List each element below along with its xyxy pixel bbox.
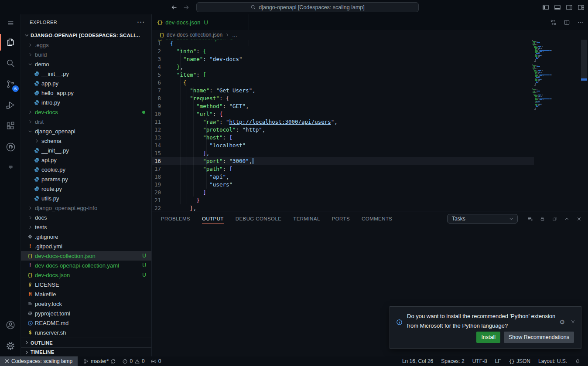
tree-item-cookie-py[interactable]: cookie.py <box>21 165 151 174</box>
more-actions-icon[interactable] <box>577 19 584 26</box>
status-problems[interactable]: 00 <box>119 356 147 366</box>
activity-codespaces-icon[interactable] <box>0 157 21 176</box>
status-encoding[interactable]: UTF-8 <box>468 356 491 366</box>
status-remote[interactable]: Codespaces: scaling lamp <box>0 356 78 366</box>
notification-settings-icon[interactable]: ⚙ <box>559 313 565 331</box>
activity-search-icon[interactable] <box>0 53 21 74</box>
minimap-segment <box>551 50 552 51</box>
code-editor[interactable]: 1{2 "info": {3 "name": "dev-docs"4 },5 "… <box>152 40 588 211</box>
show-recommendations-button[interactable]: Show Recommendations <box>504 332 574 343</box>
activity-github-icon[interactable] <box>0 136 21 157</box>
panel-actions: Tasks <box>447 211 582 226</box>
code-token: "protocol" <box>203 126 236 133</box>
forward-arrow-icon[interactable] <box>182 3 190 11</box>
notification-close-icon[interactable] <box>570 313 576 331</box>
code-token: } <box>177 64 180 70</box>
toggle-primary-sidebar-icon[interactable] <box>542 4 549 11</box>
tree-root-folder[interactable]: DJANGO-OPENAPI [CODESPACES: SCALING LAMP… <box>21 30 151 40</box>
clear-output-icon[interactable] <box>527 216 533 222</box>
tree-item-app-py[interactable]: app.py <box>21 78 151 88</box>
timeline-section[interactable]: TIMELINE <box>21 347 151 356</box>
status-cursor-position[interactable]: Ln 16, Col 26 <box>398 356 437 366</box>
activity-source-control-icon[interactable]: 5 <box>0 74 21 95</box>
tree-item-schema[interactable]: schema <box>21 136 151 146</box>
tree-item-init-py[interactable]: __init__.py <box>21 146 151 155</box>
tree-item-tests[interactable]: tests <box>21 222 151 232</box>
breadcrumb[interactable]: {} dev-docs-collection.json … <box>152 30 588 40</box>
status-bar: Codespaces: scaling lampmaster*000 Ln 16… <box>0 356 588 366</box>
tree-item-hello-app-py[interactable]: hello_app.py <box>21 88 151 98</box>
explorer-more-actions-icon[interactable]: ··· <box>137 19 146 26</box>
tree-item-dev-docs[interactable]: dev-docs <box>21 107 151 117</box>
tree-item-demo[interactable]: demo <box>21 59 151 69</box>
open-output-in-editor-icon[interactable] <box>552 216 557 222</box>
toggle-panel-icon[interactable] <box>554 4 561 11</box>
scrollbar-slider[interactable] <box>581 40 587 81</box>
activity-menu-icon[interactable] <box>0 14 21 32</box>
tree-item-intro-py[interactable]: intro.py <box>21 98 151 107</box>
panel-tab-terminal[interactable]: TERMINAL <box>293 211 320 226</box>
breadcrumb-more[interactable]: … <box>232 32 237 38</box>
tree-item-route-py[interactable]: route.py <box>21 184 151 193</box>
tree-item-docs[interactable]: docs <box>21 213 151 222</box>
tree-item-dist[interactable]: dist <box>21 117 151 126</box>
tree-item-pyproject-toml[interactable]: pyproject.toml <box>21 308 151 318</box>
activity-run-debug-icon[interactable] <box>0 95 21 115</box>
tree-item-gitpod-yml[interactable]: !.gitpod.yml <box>21 241 151 251</box>
breadcrumb-file[interactable]: dev-docs-collection.json <box>167 32 222 38</box>
tree-item-runserver-sh[interactable]: $runserver.sh <box>21 328 151 337</box>
toggle-secondary-sidebar-icon[interactable] <box>566 4 573 11</box>
panel-tab-problems[interactable]: PROBLEMS <box>161 211 190 226</box>
tree-item-dev-docs-collection-json[interactable]: {}dev-docs-collection.jsonU <box>21 251 151 261</box>
status-eol[interactable]: LF <box>491 356 505 366</box>
status-notifications-bell[interactable] <box>571 356 585 366</box>
tree-item-api-py[interactable]: api.py <box>21 155 151 165</box>
back-arrow-icon[interactable] <box>170 3 178 11</box>
code-token: : <box>222 166 229 172</box>
status-language-mode[interactable]: {}JSON <box>505 356 534 366</box>
tree-item-makefile[interactable]: MMakefile <box>21 289 151 299</box>
tree-item-build[interactable]: build <box>21 50 151 59</box>
tree-item-django-openapi[interactable]: django_openapi <box>21 126 151 136</box>
status-ports[interactable]: 0 <box>148 356 164 366</box>
close-panel-icon[interactable] <box>576 216 582 222</box>
activity-settings-icon[interactable] <box>0 336 21 356</box>
tree-item-license[interactable]: LICENSE <box>21 280 151 289</box>
output-channel-select[interactable]: Tasks <box>447 214 518 224</box>
tree-item-dev-docs-openapi-collection-yaml[interactable]: !dev-docs-openapi-collection.yamlU <box>21 261 151 270</box>
maximize-panel-icon[interactable] <box>564 216 570 222</box>
activity-extensions-icon[interactable] <box>0 115 21 136</box>
split-editor-icon[interactable] <box>564 19 570 26</box>
tree-item-django-openapi-egg-info[interactable]: django_openapi.egg-info <box>21 203 151 213</box>
tree-item-dev-docs-json[interactable]: {}dev-docs.jsonU <box>21 270 151 280</box>
customize-layout-icon[interactable] <box>578 4 585 11</box>
minimap[interactable] <box>532 40 576 113</box>
status-branch[interactable]: master* <box>80 356 119 366</box>
line-number: 12 <box>152 126 170 134</box>
outline-section[interactable]: OUTLINE <box>21 338 151 347</box>
editor-scrollbar[interactable] <box>580 40 588 211</box>
code-token: { <box>219 111 223 117</box>
panel-tab-output[interactable]: OUTPUT <box>202 211 224 226</box>
activity-explorer-icon[interactable] <box>0 32 21 53</box>
compare-changes-icon[interactable] <box>550 19 557 26</box>
tree-item-poetry-lock[interactable]: poetry.lock <box>21 299 151 308</box>
panel-tab-comments[interactable]: COMMENTS <box>362 211 392 226</box>
tree-item-gitignore[interactable]: .gitignore <box>21 232 151 241</box>
activity-account-icon[interactable] <box>0 315 21 336</box>
lock-scroll-icon[interactable] <box>540 216 545 222</box>
tree-item-init-py[interactable]: __init__.py <box>21 69 151 78</box>
tree-item-params-py[interactable]: params.py <box>21 174 151 184</box>
status-indentation[interactable]: Spaces: 2 <box>437 356 468 366</box>
tree-item-readme-md[interactable]: README.md <box>21 318 151 328</box>
panel-tab-ports[interactable]: PORTS <box>332 211 350 226</box>
tab-dev-docs-json[interactable]: {}dev-docs.jsonU <box>152 14 249 30</box>
install-button[interactable]: Install <box>476 332 500 343</box>
tree-item-utils-py[interactable]: utils.py <box>21 193 151 203</box>
status-keyboard-layout[interactable]: Layout: U.S. <box>534 356 571 366</box>
braces-file-icon: {} <box>26 254 34 258</box>
tree-item-eggs[interactable]: .eggs <box>21 40 151 50</box>
panel-tab-debug-console[interactable]: DEBUG CONSOLE <box>236 211 282 226</box>
command-center[interactable]: django-openapi [Codespaces: scaling lamp… <box>196 2 419 12</box>
code-token: , <box>246 103 249 109</box>
